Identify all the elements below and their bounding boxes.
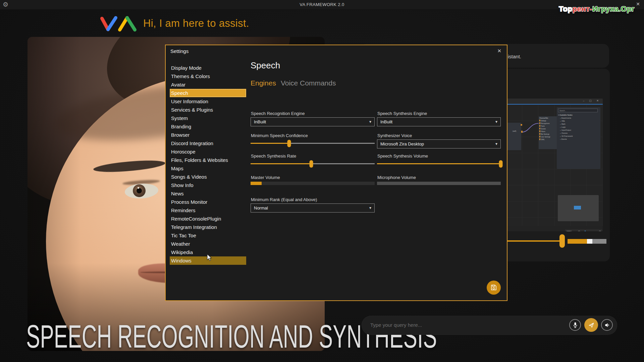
preview-volume-thumb[interactable]	[559, 234, 565, 248]
sidebar-item-tic-tac-toe[interactable]: Tic Tac Toe	[170, 231, 246, 240]
synth-volume-slider[interactable]	[377, 160, 501, 168]
chevron-down-icon: ▾	[495, 141, 497, 146]
sidebar-item-system[interactable]: System	[170, 114, 246, 122]
synth-voice-dropdown[interactable]: Microsoft Zira Desktop ▾	[377, 139, 501, 148]
sidebar-item-services-plugins[interactable]: Services & Plugins	[170, 106, 246, 114]
sidebar-item-discord-integration[interactable]: Discord Integration	[170, 139, 246, 147]
tree-item-logic: Logic	[558, 126, 599, 129]
zoom-badge: 100%	[566, 231, 572, 231]
mouse-cursor	[207, 254, 212, 261]
send-icon	[588, 322, 595, 328]
min-confidence-slider[interactable]	[251, 139, 375, 147]
watermark-part-green: Игруха.Орг	[592, 5, 635, 13]
chevron-down-icon: ▾	[369, 205, 371, 210]
sidebar-item-avatar[interactable]: Avatar	[170, 80, 246, 89]
minimap	[558, 195, 599, 221]
sidebar-item-show-info[interactable]: Show Info	[170, 181, 246, 189]
send-button[interactable]	[584, 318, 598, 332]
synthesis-engine-label: Speech Synthesis Engine	[377, 111, 427, 116]
sidebar-item-branding[interactable]: Branding	[170, 122, 246, 131]
min-rank-value: Normal	[254, 205, 268, 210]
chat-bubble-text: istant.	[508, 54, 521, 59]
slider-thumb[interactable]	[499, 160, 503, 168]
tab-voice-commands[interactable]: Voice Commands	[281, 79, 336, 87]
mic-icon	[572, 322, 578, 328]
settings-sidebar: Display ModeThemes & ColorsAvatarSpeechU…	[170, 64, 246, 265]
zoom-out-icon: −	[578, 231, 580, 231]
thumb-window-buttons: – ▢ ✕	[583, 99, 601, 102]
sidebar-item-themes-colors[interactable]: Themes & Colors	[170, 72, 246, 80]
sidebar-item-telegram-integration[interactable]: Telegram Integration	[170, 223, 246, 231]
settings-dialog: Settings ✕ Display ModeThemes & ColorsAv…	[165, 45, 507, 301]
sidebar-item-songs-videos[interactable]: Songs & Videos	[170, 173, 246, 181]
master-volume-bar[interactable]	[251, 182, 375, 185]
sidebar-item-reminders[interactable]: Reminders	[170, 206, 246, 215]
tree-item-va-framework: VA Framework	[558, 135, 599, 138]
volume-meter	[568, 239, 606, 244]
page-title: Speech	[251, 60, 280, 71]
screenshot-thumbnail[interactable]: – ▢ ✕ (self) Oscova Bot DialogsRecognize…	[506, 99, 603, 231]
synthesis-engine-dropdown[interactable]: InBuilt ▾	[377, 117, 501, 126]
mic-button[interactable]	[569, 319, 581, 331]
recognition-engine-dropdown[interactable]: InBuilt ▾	[251, 117, 375, 126]
synth-rate-label: Speech Synthesis Rate	[251, 154, 296, 159]
mic-volume-label: Microphone Volume	[377, 175, 416, 180]
sidebar-item-remoteconsoleplugin[interactable]: RemoteConsolePlugin	[170, 215, 246, 223]
settings-close-icon[interactable]: ✕	[497, 48, 501, 54]
tree-item-xml: XML	[558, 120, 599, 123]
sidebar-item-weather[interactable]: Weather	[170, 240, 246, 248]
sidebar-item-horoscope[interactable]: Horoscope	[170, 147, 246, 156]
sidebar-item-speech[interactable]: Speech	[170, 89, 246, 97]
watermark-part-white: Тор	[559, 5, 572, 13]
window-close-icon[interactable]: ✕	[636, 1, 640, 7]
chevron-down-icon: ▾	[495, 119, 497, 124]
save-floppy-icon	[490, 284, 497, 291]
thumb-search-input: Search...	[558, 109, 598, 112]
watermark-part-red: рент-	[573, 5, 593, 13]
tree-item-experiments: Experiments	[558, 117, 599, 120]
thumb-zoom-bar: 100% 112% − +	[565, 229, 602, 231]
tab-engines[interactable]: Engines	[251, 79, 276, 87]
zoom-value: 112%	[573, 231, 577, 232]
sidebar-item-user-information[interactable]: User Information	[170, 97, 246, 106]
va-logo-icon	[99, 15, 138, 32]
sidebar-item-display-mode[interactable]: Display Mode	[170, 64, 246, 72]
speaker-button[interactable]	[601, 319, 613, 331]
settings-dialog-title: Settings	[170, 48, 189, 54]
tree-item-oscova: Oscova	[558, 132, 599, 135]
sidebar-item-maps[interactable]: Maps	[170, 164, 246, 173]
min-confidence-label: Minimum Speech Confidence	[251, 133, 308, 138]
chat-message-card: – ▢ ✕ (self) Oscova Bot DialogsRecognize…	[502, 69, 610, 261]
app-window: ⚙ VA FRAMEWORK 2.0 ✕ Торрент-Игруха.Орг …	[0, 0, 644, 362]
synth-voice-label: Synthesizer Voice	[377, 133, 412, 138]
sidebar-item-browser[interactable]: Browser	[170, 131, 246, 139]
preview-volume-slider[interactable]	[503, 240, 562, 242]
chevron-down-icon: ▾	[369, 119, 371, 124]
tree-item-events: Events	[558, 138, 599, 141]
tree-root: Available Nodes	[558, 114, 599, 117]
tab-bar: Engines Voice Commands	[251, 79, 336, 87]
min-rank-dropdown[interactable]: Normal ▾	[251, 203, 375, 213]
synth-voice-value: Microsoft Zira Desktop	[380, 141, 424, 146]
recognition-engine-label: Speech Recognition Engine	[251, 111, 305, 116]
tree-item-input-output: Input/Output	[558, 129, 599, 132]
sidebar-item-news[interactable]: News	[170, 189, 246, 198]
watermark-logo: Торрент-Игруха.Орг	[559, 5, 635, 13]
query-placeholder: Type your query here...	[370, 322, 422, 328]
min-rank-label: Minimum Rank (Equal and Above)	[251, 197, 317, 202]
slider-thumb[interactable]	[310, 160, 313, 168]
sidebar-item-process-monitor[interactable]: Process Monitor	[170, 198, 246, 206]
slider-thumb[interactable]	[287, 140, 291, 147]
save-button[interactable]	[487, 281, 501, 295]
assistant-greeting: Hi, I am here to assist.	[143, 17, 249, 29]
tree-item-math: Math	[558, 123, 599, 126]
recognition-engine-value: InBuilt	[254, 119, 266, 124]
speaker-icon	[604, 322, 610, 328]
synth-volume-label: Speech Synthesis Volume	[377, 154, 428, 159]
mic-volume-bar[interactable]	[377, 182, 501, 185]
synth-rate-slider[interactable]	[251, 160, 375, 168]
available-nodes-panel: Search... Available Nodes ExperimentsXML…	[557, 107, 600, 169]
zoom-in-icon: +	[599, 231, 601, 231]
sidebar-item-files-folders-websites[interactable]: Files, Folders & Websites	[170, 156, 246, 164]
window-title: VA FRAMEWORK 2.0	[0, 2, 644, 7]
